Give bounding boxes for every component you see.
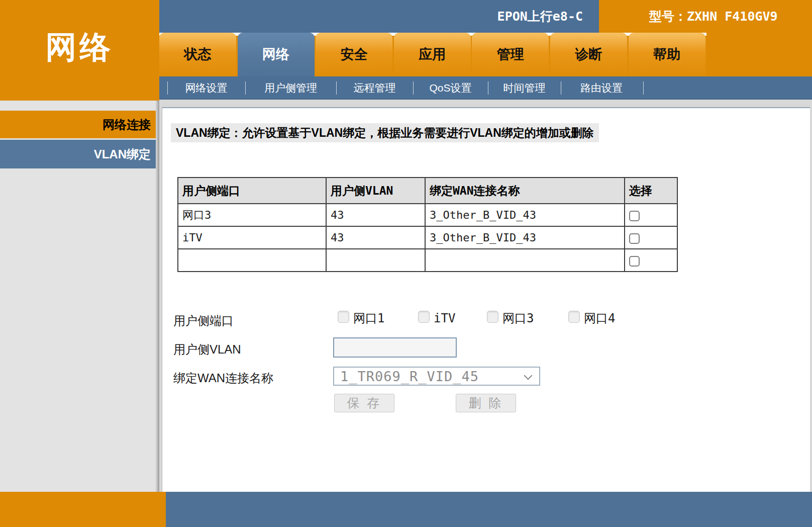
port-option-lan1[interactable]: 网口1 <box>338 311 384 326</box>
vlan-field-label: 用户侧VLAN <box>173 341 241 358</box>
cell-select <box>625 226 677 249</box>
vlan-id-input[interactable] <box>333 337 457 358</box>
table-header-row: 用户侧端口用户侧VLAN绑定WAN连接名称选择 <box>178 178 677 204</box>
footer-accent <box>0 492 166 527</box>
cell-user-port: iTV <box>178 226 326 249</box>
port-option-lan3[interactable]: 网口3 <box>487 311 534 326</box>
sub-nav-bar: 网络设置用户侧管理远程管理QoS设置时间管理路由设置 <box>159 76 812 100</box>
subnav-item-routing-settings[interactable]: 路由设置 <box>561 76 642 100</box>
chevron-down-icon <box>524 372 533 380</box>
footer-bar <box>166 492 812 527</box>
vlan-binding-description: VLAN绑定：允许设置基于VLAN绑定，根据业务需要进行VLAN绑定的增加或删除 <box>171 123 599 142</box>
row-select-checkbox[interactable] <box>629 211 640 221</box>
sidebar-section-title: 网络 <box>0 26 159 68</box>
tab-security[interactable]: 安全 <box>316 33 392 76</box>
main-tab-bar: 状态网络安全应用管理诊断帮助 <box>159 33 707 76</box>
subnav-item-qos-settings[interactable]: QoS设置 <box>413 76 488 100</box>
subnav-item-user-side-management[interactable]: 用户侧管理 <box>245 76 336 100</box>
row-select-checkbox[interactable] <box>629 233 640 244</box>
cell-user-port <box>178 249 326 272</box>
device-uplink-title: EPON上行e8-C <box>159 0 583 33</box>
tab-diagnosis[interactable]: 诊断 <box>550 33 627 76</box>
sidebar-header: 网络 <box>0 0 159 101</box>
table-header-cell: 用户侧VLAN <box>326 178 425 204</box>
cell-user-vlan <box>326 249 425 272</box>
table-header-cell: 绑定WAN连接名称 <box>425 178 625 204</box>
cell-select <box>625 249 677 272</box>
cell-user-vlan: 43 <box>326 204 425 226</box>
subnav-item-remote-management[interactable]: 远程管理 <box>336 76 413 100</box>
wan-connection-select[interactable]: 1_TR069_R_VID_45 <box>333 367 540 386</box>
table-row <box>178 249 677 272</box>
port-option-label: iTV <box>434 311 455 326</box>
port-checkbox-lan4[interactable] <box>568 311 580 323</box>
table-row: iTV433_Other_B_VID_43 <box>178 226 677 249</box>
save-button[interactable]: 保 存 <box>334 394 394 412</box>
subnav-item-network-settings[interactable]: 网络设置 <box>167 76 245 100</box>
sidebar-item-vlan-binding[interactable]: VLAN绑定 <box>0 140 156 168</box>
content-panel <box>162 107 810 492</box>
wan-connection-selected-value: 1_TR069_R_VID_45 <box>340 368 479 385</box>
row-select-checkbox[interactable] <box>629 256 640 267</box>
cell-select <box>625 204 677 226</box>
table-row: 网口3433_Other_B_VID_43 <box>178 204 677 226</box>
wan-field-label: 绑定WAN连接名称 <box>173 370 273 386</box>
subnav-item-time-management[interactable]: 时间管理 <box>488 76 561 100</box>
cell-wan-name <box>425 249 625 272</box>
sidebar: 网络连接VLAN绑定 <box>0 101 159 492</box>
table-header-cell: 选择 <box>625 178 677 204</box>
tab-application[interactable]: 应用 <box>394 33 471 76</box>
port-option-label: 网口4 <box>584 311 615 326</box>
port-checkbox-lan1[interactable] <box>338 311 349 323</box>
port-option-label: 网口3 <box>502 311 534 326</box>
cell-user-vlan: 43 <box>326 226 425 249</box>
tab-bar-filler <box>706 33 812 76</box>
tab-network[interactable]: 网络 <box>238 33 315 76</box>
tab-management[interactable]: 管理 <box>472 33 549 76</box>
port-field-label: 用户侧端口 <box>173 313 234 329</box>
port-option-lan4[interactable]: 网口4 <box>568 311 615 326</box>
port-option-label: 网口1 <box>353 311 384 326</box>
cell-wan-name: 3_Other_B_VID_43 <box>425 226 625 249</box>
port-checkbox-itv[interactable] <box>418 311 430 323</box>
tab-status[interactable]: 状态 <box>159 33 236 76</box>
router-admin-page: 网络 网络连接VLAN绑定 EPON上行e8-C 型号：ZXHN F410GV9… <box>0 0 812 527</box>
vlan-binding-table: 用户侧端口用户侧VLAN绑定WAN连接名称选择 网口3433_Other_B_V… <box>177 177 678 272</box>
port-option-itv[interactable]: iTV <box>418 311 455 326</box>
sidebar-item-network-connection[interactable]: 网络连接 <box>0 111 156 138</box>
cell-wan-name: 3_Other_B_VID_43 <box>425 204 625 226</box>
table-header-cell: 用户侧端口 <box>178 178 326 204</box>
port-checkbox-lan3[interactable] <box>487 311 498 323</box>
tab-help[interactable]: 帮助 <box>629 33 705 76</box>
delete-button[interactable]: 删 除 <box>456 394 516 412</box>
device-model-label: 型号：ZXHN F410GV9 <box>599 0 812 33</box>
cell-user-port: 网口3 <box>178 204 326 226</box>
